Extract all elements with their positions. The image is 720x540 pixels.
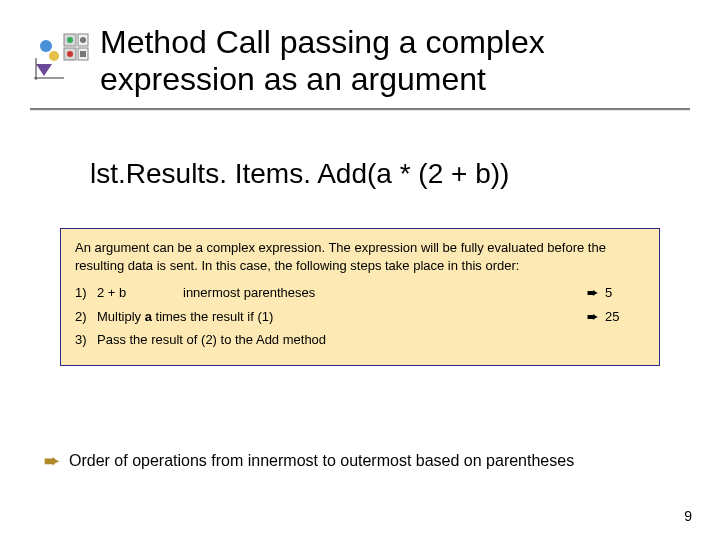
step-row: 2) Multiply a times the result if (1) ➨ … [75,308,645,326]
svg-point-8 [40,40,52,52]
svg-point-5 [80,37,86,43]
footer-bullet: ➨ Order of operations from innermost to … [44,450,574,472]
step-description: Multiply a times the result if (1) [97,308,587,326]
step-number: 1) [75,284,97,302]
bullet-arrow-icon: ➨ [44,450,59,472]
svg-point-4 [67,37,73,43]
step-row: 1) 2 + b innermost parentheses ➨ 5 [75,284,645,302]
logo-image [30,28,90,88]
svg-point-6 [67,51,73,57]
footer-bullet-text: Order of operations from innermost to ou… [69,452,574,470]
code-expression: lst.Results. Items. Add(a * (2 + b)) [90,158,509,190]
step-number: 2) [75,308,97,326]
arrow-icon: ➨ [587,284,605,302]
step-row: 3) Pass the result of (2) to the Add met… [75,331,645,349]
step-description: innermost parentheses [183,284,587,302]
step-result: 5 [605,284,645,302]
title-rule [30,108,690,110]
page-number: 9 [684,508,692,524]
step-number: 3) [75,331,97,349]
svg-marker-10 [36,64,52,76]
evaluation-steps: 1) 2 + b innermost parentheses ➨ 5 2) Mu… [75,284,645,349]
svg-rect-7 [80,51,86,57]
slide-title: Method Call passing a complex expression… [100,24,690,98]
svg-point-9 [49,51,59,61]
step-description: Pass the result of (2) to the Add method [97,331,645,349]
arrow-icon: ➨ [587,308,605,326]
explanation-box: An argument can be a complex expression.… [60,228,660,366]
step-expression: 2 + b [97,284,183,302]
explanation-intro: An argument can be a complex expression.… [75,239,645,274]
step-result: 25 [605,308,645,326]
